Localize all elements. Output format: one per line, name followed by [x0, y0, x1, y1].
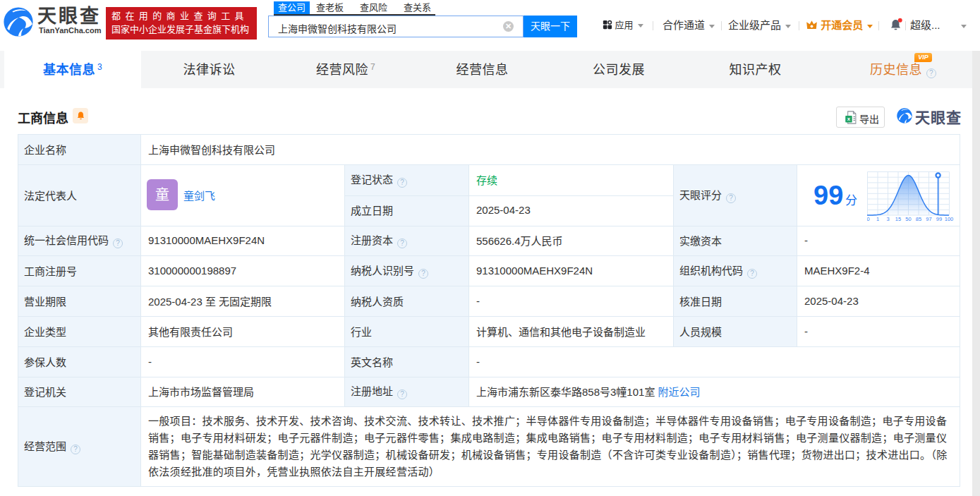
svg-text:99: 99	[936, 216, 942, 222]
svg-text:3: 3	[886, 216, 889, 222]
svg-text:0: 0	[867, 216, 870, 222]
svg-text:x: x	[847, 116, 851, 122]
svg-text:85: 85	[916, 216, 921, 222]
svg-text:50: 50	[905, 216, 911, 222]
svg-text:100: 100	[945, 216, 954, 222]
svg-text:15: 15	[895, 216, 901, 222]
svg-text:1: 1	[876, 216, 879, 222]
svg-text:97: 97	[926, 216, 931, 222]
